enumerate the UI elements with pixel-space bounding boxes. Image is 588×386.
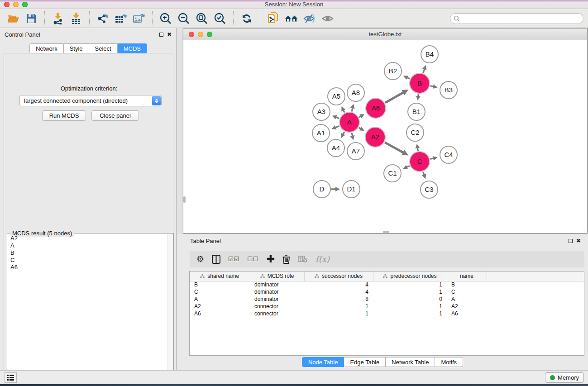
table-row[interactable]: Bdominator41B: [190, 281, 584, 288]
table-cell[interactable]: C: [190, 288, 250, 295]
tab-edge-table[interactable]: Edge Table: [344, 357, 386, 367]
column-header[interactable]: shared name: [190, 272, 250, 281]
graph-edge[interactable]: [385, 143, 404, 153]
table-cell[interactable]: 1: [304, 303, 373, 310]
import-table-icon[interactable]: [69, 12, 83, 25]
graph-edge[interactable]: [385, 92, 404, 103]
export-table-icon[interactable]: [114, 12, 128, 25]
network-window-titlebar[interactable]: testGlobe.txt: [183, 29, 587, 40]
float-table-panel-icon[interactable]: [569, 239, 573, 243]
table-cell[interactable]: connector: [250, 303, 304, 310]
table-cell[interactable]: 1: [304, 310, 373, 317]
mcds-result-item[interactable]: A2: [7, 235, 167, 242]
create-column-icon[interactable]: ✚: [267, 253, 275, 265]
mcds-result-item[interactable]: C: [7, 257, 167, 264]
criterion-dropdown[interactable]: largest connected component (directed): [19, 95, 162, 106]
table-cell[interactable]: 4: [304, 288, 373, 295]
close-panel-icon[interactable]: ✖: [167, 33, 172, 37]
unselect-all-columns-icon[interactable]: ☐☐: [247, 256, 258, 262]
table-cell[interactable]: A6: [447, 310, 487, 317]
table-cell[interactable]: 8: [304, 295, 373, 303]
close-table-panel-icon[interactable]: ✖: [576, 239, 581, 243]
graph-node-label: B4: [425, 50, 434, 58]
export-image-icon[interactable]: [132, 12, 146, 25]
zoom-selected-icon[interactable]: [213, 12, 227, 25]
network-canvas[interactable]: AA1A3A5A8A4A7A6A2BB1B2B3B4CC1C2C3C4DD1: [183, 40, 587, 233]
select-all-columns-icon[interactable]: ☑☑: [228, 256, 239, 262]
table-cell[interactable]: B: [447, 281, 487, 288]
node-table-body[interactable]: Bdominator41BCdominator41CAdominator80AA…: [190, 281, 584, 317]
column-header[interactable]: name: [447, 272, 487, 281]
table-cell[interactable]: dominator: [250, 281, 304, 288]
column-header[interactable]: MCDS role: [250, 272, 304, 281]
zoom-out-icon[interactable]: [177, 12, 191, 25]
table-cell[interactable]: 1: [373, 281, 447, 288]
status-bar: Memory: [0, 370, 588, 384]
table-settings-gear-icon[interactable]: ⚙: [196, 254, 204, 264]
node-table[interactable]: shared nameMCDS rolesuccessor nodesprede…: [189, 271, 584, 356]
graph-node-label: C: [417, 157, 422, 165]
open-session-icon[interactable]: [6, 12, 20, 25]
table-cell[interactable]: 1: [373, 303, 447, 310]
graph-node-label: A5: [332, 92, 340, 100]
table-row[interactable]: Adominator80A: [190, 295, 584, 303]
edge-arrowhead-icon: [433, 156, 438, 161]
hide-details-eye-icon[interactable]: [303, 12, 316, 25]
resize-grip-icon[interactable]: [581, 227, 587, 233]
save-session-icon[interactable]: [24, 12, 38, 25]
table-cell[interactable]: connector: [250, 310, 304, 317]
table-cell[interactable]: A: [447, 295, 487, 303]
export-network-icon[interactable]: [96, 12, 110, 25]
mcds-result-item[interactable]: B: [7, 249, 167, 257]
search-input[interactable]: [450, 13, 583, 24]
column-header[interactable]: successor nodes: [304, 272, 373, 281]
table-cell[interactable]: B: [190, 281, 250, 288]
tab-network-table[interactable]: Network Table: [386, 357, 435, 367]
node-table-header[interactable]: shared nameMCDS rolesuccessor nodesprede…: [190, 272, 584, 281]
search-field[interactable]: [450, 13, 583, 24]
tab-motifs[interactable]: Motifs: [435, 357, 463, 367]
tab-select[interactable]: Select: [89, 43, 118, 53]
tab-style[interactable]: Style: [64, 43, 89, 53]
table-cell[interactable]: A2: [190, 303, 250, 310]
run-mcds-button[interactable]: Run MCDS: [42, 110, 86, 121]
table-cell[interactable]: A: [190, 295, 250, 303]
zoom-in-icon[interactable]: [159, 12, 172, 25]
tab-node-table[interactable]: Node Table: [302, 357, 344, 367]
import-network-icon[interactable]: [51, 12, 65, 25]
table-cell[interactable]: 1: [373, 288, 447, 295]
column-header[interactable]: predecessor nodes: [373, 272, 447, 281]
memory-button[interactable]: Memory: [545, 372, 584, 383]
vertical-scrollbar-thumb[interactable]: [183, 196, 186, 203]
table-cell[interactable]: A2: [447, 303, 487, 310]
table-cell[interactable]: 0: [373, 295, 447, 303]
table-cell[interactable]: 4: [304, 281, 373, 288]
optimization-criterion-label: Optimization criterion:: [4, 85, 174, 92]
mcds-result-item[interactable]: A: [7, 242, 167, 249]
close-panel-button[interactable]: Close panel: [91, 110, 139, 121]
home-icon[interactable]: [285, 12, 298, 25]
result-scrollbar[interactable]: [167, 234, 173, 386]
horizontal-scrollbar-thumb[interactable]: [383, 231, 389, 233]
table-row[interactable]: A6connector11A6: [190, 310, 584, 317]
tab-mcds[interactable]: MCDS: [118, 43, 147, 53]
tab-network[interactable]: Network: [29, 43, 64, 53]
mcds-result-item[interactable]: A6: [7, 264, 167, 271]
float-panel-icon[interactable]: [159, 33, 163, 37]
show-details-eye-icon[interactable]: [321, 12, 335, 25]
table-row[interactable]: Cdominator41C: [190, 288, 584, 295]
task-history-button[interactable]: [5, 372, 17, 383]
table-cell[interactable]: dominator: [250, 288, 304, 295]
table-cell[interactable]: A6: [190, 310, 250, 317]
copy-network-icon[interactable]: [267, 12, 280, 25]
zoom-fit-icon[interactable]: [195, 12, 209, 25]
delete-column-icon[interactable]: [282, 255, 290, 264]
edge-arrowhead-icon: [335, 187, 340, 191]
table-cell[interactable]: C: [447, 288, 487, 295]
refresh-icon[interactable]: [240, 12, 253, 25]
table-row[interactable]: A2connector11A2: [190, 303, 584, 310]
control-panel: Control Panel ✖ Network Style Select MCD…: [0, 28, 177, 370]
table-cell[interactable]: dominator: [250, 295, 304, 303]
table-cell[interactable]: 1: [373, 310, 447, 317]
show-column-icon[interactable]: [212, 255, 220, 264]
